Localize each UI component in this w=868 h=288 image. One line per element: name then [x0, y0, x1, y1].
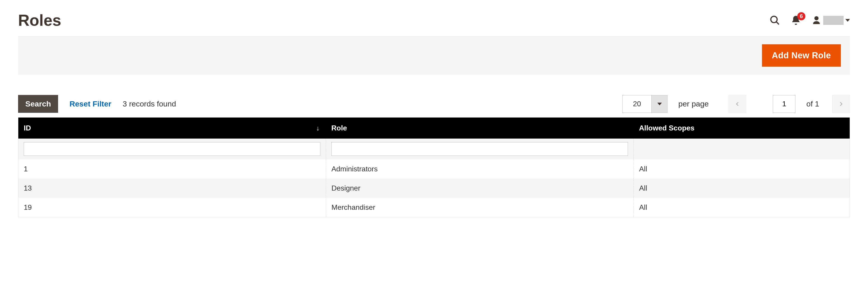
page-of-label: of 1 [806, 99, 819, 108]
user-name-placeholder [823, 16, 844, 25]
per-page-label: per page [678, 99, 709, 108]
table-row[interactable]: 19 Merchandiser All [18, 198, 850, 217]
action-bar: Add New Role [18, 36, 850, 74]
caret-down-icon [657, 103, 662, 105]
cell-id: 1 [18, 159, 326, 179]
page-size-control [622, 95, 668, 113]
chevron-right-icon [838, 101, 844, 107]
grid-toolbar: Search Reset Filter 3 records found per … [18, 95, 850, 113]
toolbar-right: per page of 1 [622, 95, 850, 113]
filter-cell-scopes [633, 138, 850, 159]
chevron-left-icon [734, 101, 741, 107]
svg-point-0 [771, 16, 777, 23]
page-size-input[interactable] [622, 95, 652, 113]
header-actions: 6 [770, 15, 850, 26]
cell-role: Administrators [326, 159, 633, 179]
cell-role: Merchandiser [326, 198, 633, 217]
column-header-role[interactable]: Role [326, 118, 633, 139]
user-icon [811, 15, 822, 25]
cell-scopes: All [633, 159, 850, 179]
page-size-dropdown-button[interactable] [652, 95, 668, 113]
chevron-down-icon [845, 19, 850, 22]
prev-page-button[interactable] [728, 95, 746, 113]
next-page-button[interactable] [832, 95, 850, 113]
table-row[interactable]: 13 Designer All [18, 179, 850, 198]
cell-scopes: All [633, 179, 850, 198]
column-header-scopes[interactable]: Allowed Scopes [633, 118, 850, 139]
search-button[interactable]: Search [18, 95, 58, 113]
page-header: Roles 6 [18, 0, 850, 36]
table-row[interactable]: 1 Administrators All [18, 159, 850, 179]
column-header-id-label: ID [24, 124, 31, 132]
current-page-input[interactable] [773, 95, 796, 113]
cell-id: 13 [18, 179, 326, 198]
sort-arrow-down-icon: ↓ [316, 124, 320, 132]
add-new-role-button[interactable]: Add New Role [762, 44, 841, 67]
column-header-id[interactable]: ID ↓ [18, 118, 326, 139]
column-header-scopes-label: Allowed Scopes [639, 124, 694, 132]
cell-role: Designer [326, 179, 633, 198]
cell-scopes: All [633, 198, 850, 217]
reset-filter-link[interactable]: Reset Filter [69, 99, 111, 108]
search-icon[interactable] [770, 15, 780, 26]
svg-line-1 [776, 22, 779, 24]
user-menu[interactable] [811, 15, 850, 25]
notifications-icon[interactable]: 6 [790, 15, 801, 26]
page-title: Roles [18, 11, 61, 29]
cell-id: 19 [18, 198, 326, 217]
filter-row [18, 138, 850, 159]
records-found-label: 3 records found [123, 99, 176, 108]
toolbar-left: Search Reset Filter 3 records found [18, 95, 176, 113]
roles-table: ID ↓ Role Allowed Scopes 1 Administrator… [18, 117, 850, 217]
filter-input-role[interactable] [331, 142, 628, 156]
column-header-role-label: Role [331, 124, 347, 132]
notification-badge: 6 [797, 12, 805, 20]
filter-input-id[interactable] [24, 142, 320, 156]
